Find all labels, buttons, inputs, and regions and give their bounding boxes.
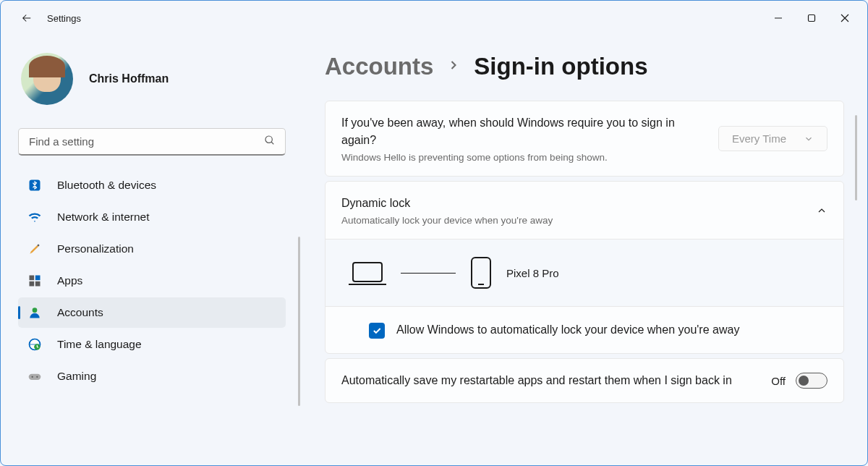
svg-point-13 (32, 376, 33, 378)
signin-again-title: If you've been away, when should Windows… (341, 114, 689, 149)
clock-globe-icon (27, 336, 43, 352)
svg-rect-7 (30, 281, 35, 287)
dynamic-lock-card: Dynamic lock Automatically lock your dev… (325, 181, 844, 354)
dynamic-lock-checkbox-label: Allow Windows to automatically lock your… (396, 321, 739, 339)
minimize-icon (774, 14, 783, 22)
search-input[interactable] (18, 128, 286, 156)
dynamic-lock-title: Dynamic lock (341, 195, 801, 212)
paired-devices-row: Pixel 8 Pro (326, 240, 843, 306)
main-scrollbar[interactable] (855, 115, 857, 200)
phone-icon (469, 255, 493, 290)
back-button[interactable] (18, 9, 35, 27)
sidebar-item-gaming[interactable]: Gaming (18, 361, 286, 391)
sidebar-item-accounts[interactable]: Accounts (18, 297, 286, 328)
window-title: Settings (47, 13, 81, 24)
toggle-knob (799, 376, 809, 386)
close-icon (841, 14, 849, 22)
main-panel: Accounts Sign-in options If you've been … (299, 35, 861, 465)
apps-icon (27, 273, 43, 289)
svg-rect-1 (809, 15, 815, 22)
maximize-button[interactable] (795, 7, 828, 30)
arrow-left-icon (20, 12, 33, 25)
sidebar: Chris Hoffman Bluetooth & devices Networ… (18, 35, 299, 465)
toggle-label: Off (771, 375, 786, 387)
chevron-down-icon (804, 134, 814, 144)
connection-line-icon (401, 273, 456, 274)
restart-apps-title: Automatically save my restartable apps a… (341, 372, 746, 389)
svg-rect-5 (30, 276, 35, 281)
restart-apps-toggle[interactable] (796, 373, 827, 389)
svg-point-2 (265, 136, 272, 143)
sidebar-item-label: Apps (57, 274, 82, 287)
sidebar-item-label: Network & internet (57, 211, 150, 224)
search-icon (264, 135, 276, 149)
svg-rect-12 (29, 374, 41, 380)
profile-header[interactable]: Chris Hoffman (18, 35, 293, 128)
page-title: Sign-in options (474, 53, 647, 80)
profile-name: Chris Hoffman (89, 72, 169, 85)
sidebar-item-label: Bluetooth & devices (57, 179, 156, 192)
person-icon (27, 305, 43, 321)
sidebar-item-label: Accounts (57, 306, 103, 319)
avatar (21, 53, 73, 105)
sidebar-item-label: Time & language (57, 338, 142, 351)
svg-rect-6 (35, 276, 41, 281)
svg-rect-8 (35, 281, 41, 287)
sidebar-item-bluetooth[interactable]: Bluetooth & devices (18, 170, 286, 200)
paired-device-name: Pixel 8 Pro (506, 267, 559, 279)
restart-apps-card: Automatically save my restartable apps a… (325, 358, 844, 403)
breadcrumb: Accounts Sign-in options (325, 53, 844, 80)
svg-rect-15 (353, 263, 382, 281)
svg-point-14 (36, 376, 38, 378)
breadcrumb-parent[interactable]: Accounts (325, 53, 433, 80)
signin-again-card: If you've been away, when should Windows… (325, 101, 844, 177)
signin-again-dropdown[interactable]: Every Time (718, 126, 827, 151)
dynamic-lock-header[interactable]: Dynamic lock Automatically lock your dev… (326, 182, 843, 239)
dynamic-lock-checkbox-row: Allow Windows to automatically lock your… (326, 307, 843, 353)
bluetooth-icon (27, 177, 43, 193)
sidebar-item-label: Gaming (57, 370, 96, 383)
sidebar-item-personalization[interactable]: Personalization (18, 234, 286, 264)
paintbrush-icon (27, 241, 43, 257)
minimize-button[interactable] (762, 7, 795, 30)
dynamic-lock-subtitle: Automatically lock your device when you'… (341, 215, 801, 226)
svg-rect-17 (472, 258, 490, 288)
sidebar-item-label: Personalization (57, 242, 134, 255)
search-container (18, 128, 286, 156)
dropdown-value: Every Time (732, 132, 786, 145)
maximize-icon (807, 14, 816, 22)
sidebar-item-network[interactable]: Network & internet (18, 202, 286, 232)
chevron-up-icon (816, 205, 827, 216)
gamepad-icon (27, 368, 43, 384)
wifi-icon (27, 209, 43, 225)
svg-line-3 (271, 142, 273, 144)
sidebar-item-time[interactable]: Time & language (18, 329, 286, 360)
close-button[interactable] (828, 7, 861, 30)
titlebar: Settings (1, 1, 867, 35)
nav-list: Bluetooth & devices Network & internet P… (18, 170, 286, 391)
laptop-icon (347, 258, 388, 287)
signin-again-subtitle: Windows Hello is preventing some options… (341, 152, 704, 163)
dynamic-lock-checkbox[interactable] (369, 323, 385, 339)
svg-point-9 (33, 308, 38, 313)
sidebar-item-apps[interactable]: Apps (18, 266, 286, 296)
checkmark-icon (372, 326, 382, 336)
chevron-right-icon (446, 58, 461, 75)
